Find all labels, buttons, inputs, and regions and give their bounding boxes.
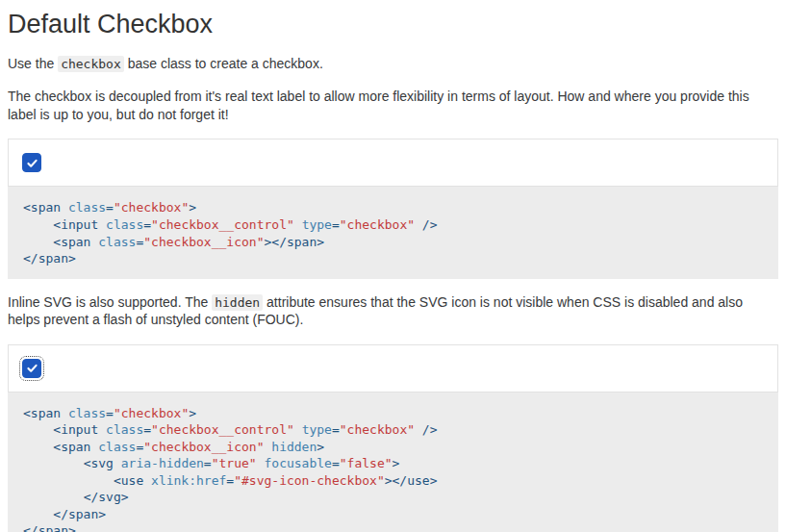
checkmark-icon — [26, 157, 38, 169]
intro-text-post: base class to create a checkbox. — [124, 56, 323, 71]
example-basic: <span class="checkbox"> <input class="ch… — [8, 139, 778, 278]
svg-note-pre: Inline SVG is also supported. The — [8, 294, 212, 310]
checkbox-demo-svg[interactable] — [22, 359, 41, 378]
checkmark-icon — [26, 362, 38, 374]
checkbox-demo-basic[interactable] — [22, 153, 41, 172]
demo-area-svg — [8, 344, 778, 393]
code-block-basic: <span class="checkbox"> <input class="ch… — [8, 187, 778, 278]
inline-code-hidden: hidden — [212, 294, 263, 311]
page-title: Default Checkbox — [8, 10, 778, 39]
intro-paragraph: Use the checkbox base class to create a … — [8, 55, 778, 72]
inline-code-checkbox: checkbox — [58, 56, 124, 72]
example-svg: <span class="checkbox"> <input class="ch… — [8, 344, 778, 532]
svg-note-paragraph: Inline SVG is also supported. The hidden… — [8, 293, 778, 329]
intro-text-pre: Use the — [8, 56, 58, 71]
demo-area-basic — [8, 139, 778, 187]
description-paragraph: The checkbox is decoupled from it's real… — [8, 88, 778, 123]
code-block-svg: <span class="checkbox"> <input class="ch… — [8, 393, 778, 532]
